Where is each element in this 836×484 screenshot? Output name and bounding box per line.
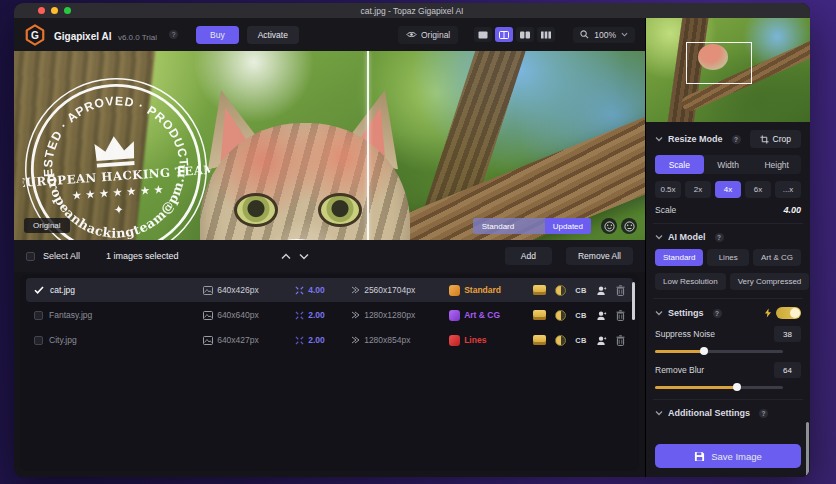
remove-blur-slider[interactable] [655,383,783,391]
settings-title: Settings [668,308,704,318]
trash-icon[interactable] [616,335,625,346]
preset-0-5x[interactable]: 0.5x [655,181,681,198]
model-standard[interactable]: Standard [655,249,703,266]
face-recovery-icon[interactable] [596,310,607,321]
preset-4x[interactable]: 4x [715,181,741,198]
app-name: Gigapixel AI [54,31,111,42]
row-checked-icon[interactable] [34,286,44,294]
split-compare-icon[interactable] [555,285,566,296]
single-view-button[interactable] [474,27,492,42]
before-after-divider[interactable] [367,51,369,240]
file-row-fantasy[interactable]: Fantasy.jpg 640x640px 2.00 1280x1280px A… [26,303,633,327]
help-badge-icon[interactable]: ? [713,309,722,318]
split-compare-icon[interactable] [555,310,566,321]
select-all-checkbox[interactable] [26,252,35,261]
color-profile-icon[interactable] [533,310,546,320]
chevron-down-icon[interactable] [655,410,663,416]
preset-custom[interactable]: ...x [775,181,801,198]
output-size: 2560x1704px [364,285,415,295]
happy-face-icon[interactable] [601,218,617,234]
show-original-button[interactable]: Original [398,26,458,44]
remove-blur-label: Remove Blur [655,365,704,375]
cb-button[interactable]: CB [575,336,587,345]
resize-mode-header[interactable]: Resize Mode ? Crop [655,130,801,148]
cb-button[interactable]: CB [575,286,587,295]
scale-label: Scale [655,205,676,215]
cb-button[interactable]: CB [575,311,587,320]
activate-button[interactable]: Activate [247,26,299,44]
crop-button[interactable]: Crop [750,130,801,148]
model-lines[interactable]: Lines [707,249,749,266]
collapse-queue-icon[interactable] [281,253,291,260]
output-arrow-icon [351,286,360,294]
save-image-button[interactable]: Save Image [655,444,801,468]
ai-model-header[interactable]: AI Model ? [655,232,801,242]
sad-face-icon[interactable] [621,218,637,234]
color-profile-icon[interactable] [533,335,546,345]
chevron-down-icon[interactable] [655,234,663,240]
help-badge-icon[interactable]: ? [715,233,724,242]
output-size: 1280x1280px [364,310,415,320]
scale-icon [295,336,304,345]
suppress-noise-value[interactable]: 38 [774,326,801,342]
file-list-scrollbar[interactable] [632,282,635,320]
add-images-button[interactable]: Add [505,247,552,265]
file-row-city[interactable]: City.jpg 640x427px 2.00 1280x854px Lines… [26,328,633,352]
remove-all-button[interactable]: Remove All [566,247,633,265]
row-checkbox[interactable] [34,336,43,345]
remove-blur-control: Remove Blur 64 [655,362,801,391]
preset-2x[interactable]: 2x [685,181,711,198]
file-name: cat.jpg [50,285,116,295]
image-viewer[interactable]: TESTED · APROVED · PRODUCTS EUROPEAN HAC… [14,51,645,240]
ai-model-title: AI Model [668,232,706,242]
face-recovery-icon[interactable] [596,335,607,346]
app-version: v6.0.0 Trial [118,33,157,42]
output-arrow-icon [351,311,360,319]
navigator-thumbnail[interactable] [646,18,810,122]
tab-height[interactable]: Height [752,155,801,174]
buy-button[interactable]: Buy [196,26,239,44]
navigator-viewport[interactable] [686,42,752,84]
suppress-noise-slider[interactable] [655,347,783,355]
split-compare-icon[interactable] [555,335,566,346]
help-badge-icon[interactable]: ? [759,409,768,418]
file-row-cat[interactable]: cat.jpg 640x426px 4.00 2560x1704px Stand… [26,278,633,302]
additional-settings-header[interactable]: Additional Settings ? [655,408,801,418]
settings-header[interactable]: Settings ? [655,307,801,319]
tab-scale[interactable]: Scale [655,155,704,174]
model-art-cg[interactable]: Art & CG [753,249,801,266]
sidebar-scrollbar[interactable] [806,422,809,477]
compare-toggle[interactable]: Standard Updated [473,218,591,234]
model-low-resolution[interactable]: Low Resolution [655,273,726,290]
file-name: Fantasy.jpg [49,310,115,320]
auto-settings-toggle[interactable] [776,307,801,319]
side-by-side-view-button[interactable] [516,27,534,42]
slider-handle[interactable] [700,347,708,355]
remove-blur-value[interactable]: 64 [774,362,801,378]
image-icon [203,286,213,295]
view-mode-group [474,27,555,42]
file-queue-list: cat.jpg 640x426px 4.00 2560x1704px Stand… [20,274,639,471]
chevron-down-icon[interactable] [655,310,663,316]
slider-handle[interactable] [733,383,741,391]
help-badge-icon[interactable]: ? [169,30,178,39]
help-badge-icon[interactable]: ? [732,135,741,144]
trash-icon[interactable] [616,310,625,321]
tab-width[interactable]: Width [704,155,753,174]
compare-standard-segment[interactable]: Standard [473,218,545,234]
face-recovery-icon[interactable] [596,285,607,296]
comparison-view-button[interactable] [537,27,555,42]
trash-icon[interactable] [616,285,625,296]
row-checkbox[interactable] [34,311,43,320]
model-very-compressed[interactable]: Very Compressed [730,273,810,290]
split-view-button[interactable] [495,27,513,42]
chevron-down-icon[interactable] [655,136,663,142]
expand-queue-icon[interactable] [299,253,309,260]
scale-value: 2.00 [308,335,325,345]
color-profile-icon[interactable] [533,285,546,295]
preset-6x[interactable]: 6x [745,181,771,198]
zoom-control[interactable]: 100% [573,27,635,43]
compare-updated-segment[interactable]: Updated [545,218,591,234]
input-size: 640x640px [217,310,259,320]
zoom-level: 100% [594,30,616,40]
